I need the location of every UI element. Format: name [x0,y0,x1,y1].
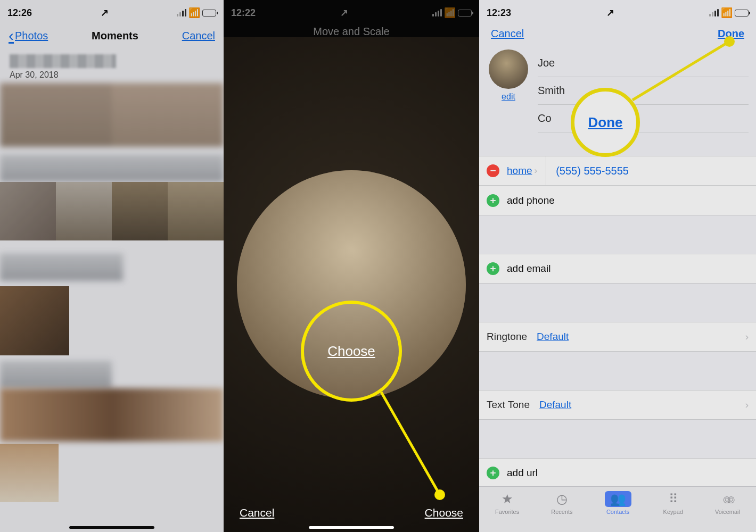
wifi-icon: 📶 [188,7,200,19]
back-button[interactable]: Photos [9,27,48,45]
signal-icon [709,9,719,16]
keypad-icon [669,491,677,507]
photo-row-blurred[interactable] [0,253,123,281]
choose-button[interactable]: Choose [425,506,463,519]
tutorial-callout-choose: Choose [301,301,402,402]
home-indicator[interactable] [69,526,154,529]
tab-recents[interactable]: Recents [551,491,572,515]
wifi-icon: 📶 [444,7,456,19]
chevron-right-icon: › [745,399,749,411]
photo-thumb[interactable] [0,182,56,240]
tab-favorites[interactable]: Favorites [495,491,519,515]
nav-bar: Cancel Done [479,21,756,46]
section-date: Apr 30, 2018 [10,70,214,80]
status-time: 12:22 [231,7,256,19]
contact-avatar[interactable] [489,49,528,89]
tab-bar: Favorites Recents Contacts Keypad Voicem… [479,486,756,532]
battery-icon [458,10,472,16]
photo-row-blurred[interactable] [0,361,112,388]
chevron-right-icon: › [535,165,538,176]
blurred-header-line [10,54,116,68]
status-bar: 12:22 ↗ 📶 [224,0,479,21]
tab-voicemail[interactable]: Voicemail [715,491,740,515]
chevron-right-icon: › [745,331,749,343]
cancel-button[interactable]: Cancel [491,28,524,40]
moments-section-header: Apr 30, 2018 [0,50,224,83]
photo-thumb[interactable] [0,444,59,502]
phone-label-link[interactable]: home [507,165,532,177]
editor-footer: Cancel Choose [224,506,479,519]
done-button[interactable]: Done [718,28,744,40]
nav-bar: Photos Moments Cancel [0,21,224,50]
last-name-field[interactable]: Smith [538,77,749,105]
add-icon[interactable]: + [487,262,499,275]
photo-thumb[interactable] [0,286,69,355]
photo-thumb[interactable] [168,182,224,240]
photo-row-blurred[interactable] [0,388,224,442]
status-time: 12:23 [487,7,511,19]
photo-editor[interactable] [224,37,479,532]
status-bar: 12:23 ↗ 📶 [479,0,756,21]
tab-keypad[interactable]: Keypad [663,491,683,515]
status-bar: 12:26 ↗ 📶 [0,0,224,21]
wifi-icon: 📶 [721,7,733,19]
people-icon [605,491,631,507]
ringtone-row[interactable]: Ringtone Default › [479,322,756,352]
star-icon [502,491,513,507]
tab-contacts[interactable]: Contacts [605,491,631,515]
screen-contact-edit: 12:23 ↗ 📶 Cancel Done edit Joe Smith Co … [479,0,756,532]
cancel-button[interactable]: Cancel [182,30,215,42]
photo-row-blurred[interactable] [0,154,224,182]
screen-move-and-scale: 12:22 ↗ 📶 Move and Scale Cancel Choose C… [224,0,479,532]
add-icon[interactable]: + [487,194,499,207]
tutorial-callout-done: Done [571,88,640,157]
battery-icon [735,10,749,16]
voicemail-icon [723,491,732,507]
photo-thumb[interactable] [56,182,112,240]
first-name-field[interactable]: Joe [538,49,749,77]
cancel-button[interactable]: Cancel [240,506,274,519]
add-url-row[interactable]: + add url [479,458,756,488]
company-field[interactable]: Co [538,105,749,132]
status-time: 12:26 [7,7,32,19]
photo-thumb[interactable] [112,182,168,240]
add-phone-row[interactable]: + add phone [479,186,756,215]
photo-row [0,182,224,240]
battery-icon [202,10,216,16]
phone-number[interactable]: (555) 555-5555 [546,156,629,185]
signal-icon [177,9,186,16]
phone-row[interactable]: − home › (555) 555-5555 [479,156,756,186]
add-email-row[interactable]: + add email [479,254,756,284]
signal-icon [432,9,442,16]
clock-icon [556,491,568,507]
edit-photo-link[interactable]: edit [502,92,515,102]
remove-icon[interactable]: − [487,164,499,177]
photo-row-blurred[interactable] [0,83,224,147]
add-icon[interactable]: + [487,467,499,479]
page-title: Moments [92,30,138,42]
screen-photos-picker: 12:26 ↗ 📶 Photos Moments Cancel Apr 30, … [0,0,224,532]
texttone-row[interactable]: Text Tone Default › [479,390,756,420]
home-indicator[interactable] [309,526,394,529]
